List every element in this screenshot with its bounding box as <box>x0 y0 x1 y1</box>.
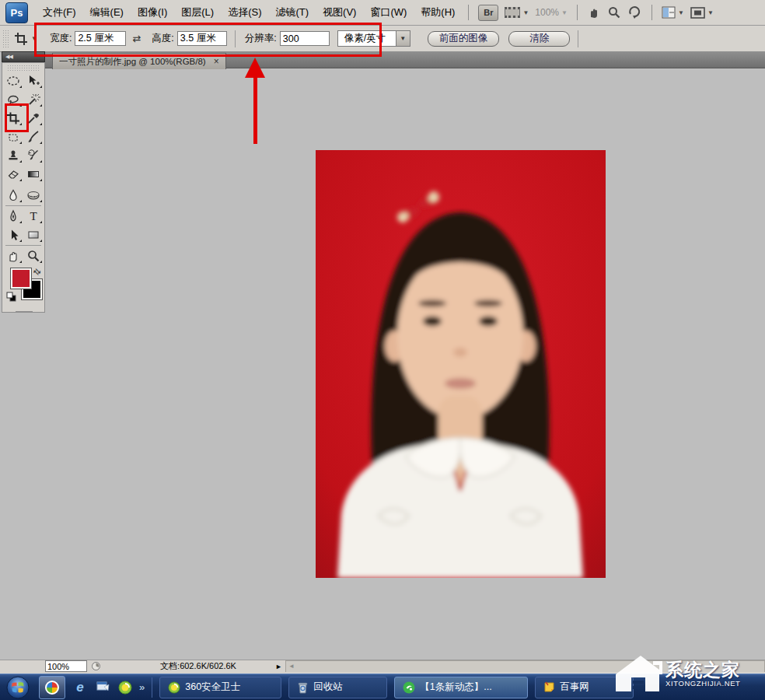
pen-tool[interactable] <box>3 207 23 226</box>
crop-icon <box>6 111 20 125</box>
photoshop-logo-icon[interactable]: Ps <box>5 2 28 23</box>
watermark-title: 系统之家 <box>665 660 741 679</box>
eraser-tool[interactable] <box>3 165 23 184</box>
menubar-separator <box>468 5 469 20</box>
zoom-tool-button[interactable] <box>607 5 621 19</box>
taskbar-button-label: 【1条新动态】... <box>420 681 491 694</box>
menu-file[interactable]: 文件(F) <box>36 2 83 23</box>
menu-help[interactable]: 帮助(H) <box>414 2 462 23</box>
chevron-down-icon: ▼ <box>396 31 410 46</box>
close-icon[interactable]: × <box>214 56 219 67</box>
photoshop-window: Ps 文件(F) 编辑(E) 图像(I) 图层(L) 选择(S) 滤镜(T) 视… <box>0 0 765 700</box>
eyedropper-icon <box>26 111 40 125</box>
default-colors-icon[interactable] <box>6 292 16 304</box>
tools-grip-handle[interactable] <box>7 65 40 72</box>
scroll-left-icon[interactable]: ◄ <box>288 663 295 670</box>
hand-tool[interactable] <box>3 247 23 265</box>
watermark: 系统之家 XITONGZHIJIA.NET <box>614 648 763 699</box>
type-tool[interactable]: T <box>23 207 44 226</box>
history-brush-tool[interactable] <box>23 146 44 165</box>
filmstrip-icon <box>505 7 520 18</box>
height-label: 高度: <box>152 32 173 45</box>
quicklaunch-show-desktop[interactable] <box>95 680 110 695</box>
rectangle-tool[interactable] <box>23 226 44 244</box>
zoom-tool[interactable] <box>23 247 44 265</box>
tools-separator <box>5 245 41 246</box>
menu-view[interactable]: 视图(V) <box>316 2 363 23</box>
magic-wand-tool[interactable] <box>23 90 44 109</box>
path-selection-tool[interactable] <box>3 226 23 244</box>
quicklaunch-overflow-chevron[interactable]: » <box>139 681 145 693</box>
tools-panel: T <box>2 62 45 313</box>
taskbar-pinned-360-browser[interactable] <box>39 676 65 699</box>
lasso-tool[interactable] <box>3 90 23 109</box>
360-browser-icon <box>45 681 59 695</box>
tool-preset-picker[interactable]: ▼ <box>13 31 37 47</box>
chevron-down-icon: ▼ <box>561 9 568 16</box>
foreground-color-swatch[interactable] <box>11 268 31 289</box>
swap-colors-icon[interactable]: ⇄ <box>31 266 44 278</box>
options-grip-handle[interactable] <box>2 30 9 48</box>
taskbar-button-recycle-bin[interactable]: 回收站 <box>288 677 387 698</box>
eraser-icon <box>6 167 20 181</box>
menu-image[interactable]: 图像(I) <box>131 2 174 23</box>
extras-button[interactable]: ▼ <box>505 7 529 18</box>
gradient-tool[interactable] <box>23 165 44 184</box>
rectangle-shape-icon <box>26 228 40 242</box>
move-tool[interactable] <box>23 72 44 90</box>
document-tab[interactable]: 一寸照片的制作.jpg @ 100%(RGB/8) × <box>52 53 226 69</box>
taskbar-button-360-safe[interactable]: 360安全卫士 <box>159 677 281 698</box>
document-tab-title: 一寸照片的制作.jpg @ 100%(RGB/8) <box>59 56 206 68</box>
clear-button[interactable]: 清除 <box>508 31 570 47</box>
blur-tool[interactable] <box>3 186 23 205</box>
crop-tool[interactable] <box>3 109 23 128</box>
menu-layer[interactable]: 图层(L) <box>174 2 221 23</box>
zoom-level-value: 100% <box>535 7 559 18</box>
status-zoom-input[interactable] <box>45 660 87 672</box>
360-safe-icon <box>168 681 180 694</box>
watermark-subtitle: XITONGZHIJIA.NET <box>665 679 741 688</box>
menu-filter[interactable]: 滤镜(T) <box>268 2 316 23</box>
width-input[interactable] <box>75 31 126 46</box>
spot-healing-tool[interactable] <box>3 128 23 146</box>
quicklaunch-360-safe[interactable] <box>117 680 133 695</box>
360-safe-icon <box>118 681 132 695</box>
resolution-input[interactable] <box>280 31 330 46</box>
brush-tool[interactable] <box>23 128 44 146</box>
recycle-bin-icon <box>297 681 309 694</box>
height-input[interactable] <box>177 31 227 46</box>
hand-tool-button[interactable] <box>587 5 601 19</box>
brush-icon <box>26 130 40 144</box>
move-icon <box>26 74 40 88</box>
zoom-level-menu[interactable]: 100% ▼ <box>535 7 568 18</box>
history-brush-icon <box>26 149 40 163</box>
eyedropper-tool[interactable] <box>23 109 44 128</box>
menu-edit[interactable]: 编辑(E) <box>83 2 131 23</box>
menu-window[interactable]: 窗口(W) <box>363 2 414 23</box>
document-size-info: 文档:602.6K/602.6K <box>132 660 264 672</box>
swap-dimensions-icon[interactable]: ⇄ <box>132 33 141 44</box>
bridge-launch-button[interactable]: Br <box>478 5 498 21</box>
resolution-unit-select[interactable]: 像素/英寸 ▼ <box>337 30 410 47</box>
resolution-unit-value: 像素/英寸 <box>338 32 396 45</box>
options-separator <box>578 30 578 47</box>
options-separator <box>235 30 236 47</box>
clone-stamp-tool[interactable] <box>3 146 23 165</box>
arrange-documents-button[interactable]: ▼ <box>662 6 684 19</box>
sponge-tool[interactable] <box>23 186 44 205</box>
start-button[interactable] <box>6 676 30 699</box>
collapse-arrows-icon: ◀◀ <box>5 54 12 60</box>
elliptical-marquee-tool[interactable] <box>3 72 23 90</box>
width-label: 宽度: <box>50 32 72 45</box>
taskbar-button-label: 回收站 <box>313 681 343 694</box>
document-photo[interactable] <box>316 150 606 578</box>
status-menu-arrow-icon[interactable]: ► <box>275 663 282 670</box>
screen-mode-button[interactable]: ▼ <box>690 7 714 19</box>
quicklaunch-internet-explorer[interactable]: e <box>72 680 88 695</box>
taskbar-button-new-feed[interactable]: 【1条新动态】... <box>394 677 528 698</box>
menu-select[interactable]: 选择(S) <box>221 2 268 23</box>
rotate-view-button[interactable] <box>627 5 642 19</box>
front-image-button[interactable]: 前面的图像 <box>428 31 500 47</box>
magic-wand-icon <box>26 93 40 107</box>
tools-panel-collapse-button[interactable]: ◀◀ <box>2 51 45 62</box>
